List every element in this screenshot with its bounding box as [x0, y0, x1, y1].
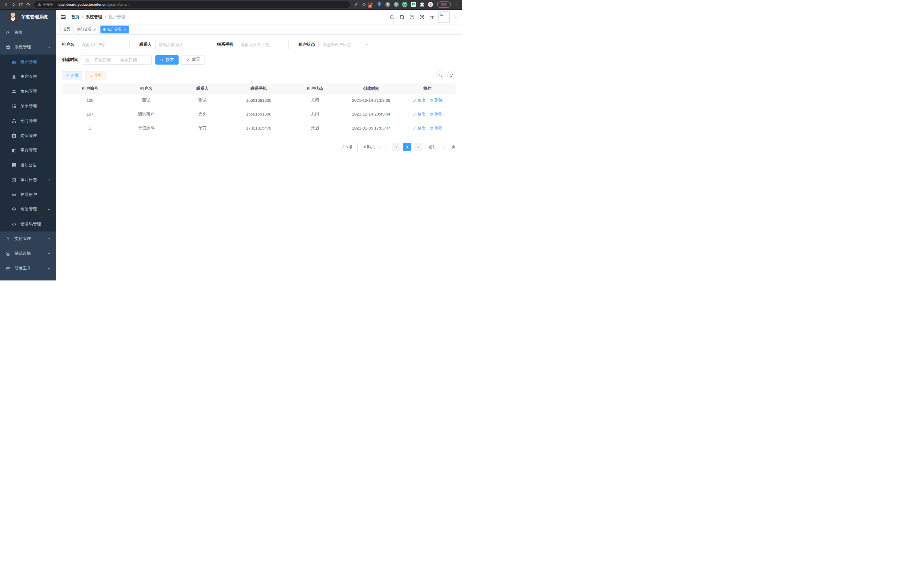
toggle-search-button[interactable] — [436, 71, 444, 80]
browser-reload-button[interactable] — [17, 1, 25, 8]
extension-icon-balloon[interactable] — [376, 2, 382, 8]
refresh-icon — [186, 58, 190, 62]
delete-link[interactable]: 删除 — [429, 98, 442, 103]
profile-avatar-icon[interactable] — [428, 2, 433, 8]
sidebar-item-errcode[interactable]: 错误码管理 — [0, 217, 56, 232]
avatar-caret-icon[interactable] — [454, 15, 458, 19]
delete-link[interactable]: 删除 — [429, 125, 442, 131]
tag-tenant-active[interactable]: 租户管理 — [100, 26, 129, 33]
sidebar-item-user[interactable]: 用户管理 — [0, 69, 56, 84]
chevron-down-icon — [47, 237, 51, 241]
sidebar-item-dept[interactable]: 部门管理 — [0, 114, 56, 128]
breadcrumb-separator — [82, 15, 83, 20]
search-button[interactable]: 搜索 — [155, 55, 178, 65]
tag-dept[interactable]: 部门管理 — [75, 26, 99, 33]
status-select-input[interactable] — [319, 40, 371, 49]
browser-forward-button[interactable] — [10, 1, 17, 8]
breadcrumb: 首页 系统管理 租户管理 — [71, 15, 125, 20]
tenant-table: 租户编号 租户名 联系人 联系手机 租户状态 创建时间 操作 108 测试 测试… — [62, 83, 456, 135]
extension-icon-recorder[interactable] — [393, 2, 399, 8]
page-1-button[interactable]: 1 — [403, 143, 411, 151]
browser-toolbar: 不安全 dashboard.yudao.iocoder.cn/system/te… — [0, 0, 462, 9]
breadcrumb-home[interactable]: 首页 — [71, 15, 80, 20]
close-icon[interactable] — [93, 28, 96, 31]
reset-button[interactable]: 重置 — [182, 55, 205, 65]
sidebar-item-role[interactable]: 角色管理 — [0, 84, 56, 99]
goto-page-input[interactable] — [439, 143, 449, 151]
date-range-picker[interactable]: - — [82, 55, 152, 65]
edit-link[interactable]: 修改 — [412, 125, 425, 131]
start-date-input[interactable] — [92, 57, 114, 62]
extension-icon-y[interactable]: Y — [402, 2, 408, 8]
trash-icon — [429, 112, 433, 116]
address-bar[interactable]: 不安全 dashboard.yudao.iocoder.cn/system/te… — [34, 1, 350, 8]
share-button[interactable] — [353, 1, 360, 8]
sidebar-item-pay[interactable]: 支付管理 — [0, 232, 56, 247]
sidebar-item-home[interactable]: 首页 — [0, 25, 56, 40]
cell-actions: 修改 删除 — [399, 111, 455, 117]
edit-link[interactable]: 修改 — [412, 98, 425, 103]
end-date-input[interactable] — [117, 57, 140, 62]
tags-view: 首页 部门管理 租户管理 — [56, 25, 462, 35]
extension-icon-command[interactable]: ⌘ — [385, 2, 391, 8]
avatar[interactable] — [439, 11, 450, 23]
browser-back-button[interactable] — [2, 1, 10, 8]
sidebar-item-notice[interactable]: 通知公告 — [0, 158, 56, 173]
tag-home[interactable]: 首页 — [60, 26, 73, 33]
app-title: 芋道管理系统 — [21, 14, 48, 20]
export-button[interactable]: 导出 — [85, 71, 105, 80]
next-page-button[interactable] — [414, 143, 422, 151]
book-icon — [11, 148, 16, 153]
chevron-down-icon — [47, 208, 51, 211]
refresh-table-button[interactable] — [447, 71, 455, 80]
edit-link[interactable]: 修改 — [412, 111, 425, 117]
sidebar-item-audit-log[interactable]: 审计日志 — [0, 172, 56, 187]
sidebar-item-devtool[interactable]: 研发工具 — [0, 261, 56, 276]
browser-home-button[interactable] — [25, 1, 32, 8]
fullscreen-icon[interactable] — [419, 15, 424, 20]
mobile-input[interactable] — [237, 40, 289, 49]
sidebar-toggle-icon[interactable] — [60, 14, 66, 20]
cell-tenant-name: 测试 — [118, 98, 174, 103]
page-size-select[interactable]: 10条/页 — [357, 143, 386, 151]
delete-link[interactable]: 删除 — [429, 111, 442, 117]
close-icon[interactable] — [123, 28, 126, 31]
extensions-puzzle-icon[interactable] — [419, 2, 424, 8]
extension-icon-chat[interactable] — [411, 2, 416, 8]
chrome-update-button[interactable]: 更新 — [437, 2, 451, 8]
sidebar-item-dict[interactable]: 字典管理 — [0, 143, 56, 158]
sidebar-item-system[interactable]: 系统管理 — [0, 40, 56, 55]
browser-menu-icon[interactable] — [454, 2, 459, 7]
sidebar-logo[interactable]: 芋道管理系统 — [0, 10, 56, 24]
col-create-time: 创建时间 — [343, 86, 399, 91]
filter-create-time: 创建时间 - — [62, 55, 152, 65]
font-size-icon[interactable]: TT — [429, 15, 434, 20]
help-icon[interactable] — [409, 15, 415, 20]
breadcrumb-system[interactable]: 系统管理 — [86, 15, 102, 20]
cell-contact: 芋艿 — [174, 125, 231, 131]
sidebar-item-tenant[interactable]: 租户管理 — [0, 55, 56, 69]
filter-tenant-name: 租户名 — [62, 40, 130, 49]
sidebar-item-menu[interactable]: 菜单管理 — [0, 99, 56, 114]
header-search-icon[interactable] — [389, 15, 394, 20]
contact-input[interactable] — [155, 40, 207, 49]
sidebar-item-online-user[interactable]: 在线用户 — [0, 187, 56, 202]
cell-mobile: 17321315478 — [231, 126, 287, 130]
create-time-label: 创建时间 — [62, 57, 79, 63]
prev-page-button[interactable] — [392, 143, 400, 151]
sidebar-item-post[interactable]: 岗位管理 — [0, 128, 56, 143]
navbar-actions: TT — [389, 11, 458, 23]
filter-contact: 联系人 — [140, 40, 207, 49]
add-button[interactable]: 新增 — [62, 71, 82, 80]
tenant-name-input[interactable] — [78, 40, 130, 49]
status-select[interactable] — [319, 40, 371, 49]
update-label: 更新 — [441, 2, 448, 7]
sidebar-item-infra[interactable]: 基础设施 — [0, 246, 56, 261]
active-tag-dot — [103, 28, 105, 30]
navbar: 首页 系统管理 租户管理 TT — [56, 10, 462, 25]
bookmark-star-button[interactable] — [360, 1, 368, 8]
sidebar-item-sms[interactable]: 短信管理 — [0, 202, 56, 217]
github-icon[interactable] — [399, 15, 405, 20]
not-secure-chip[interactable]: 不安全 — [38, 2, 53, 7]
extension-icon-tags[interactable]: 10 — [368, 2, 374, 8]
